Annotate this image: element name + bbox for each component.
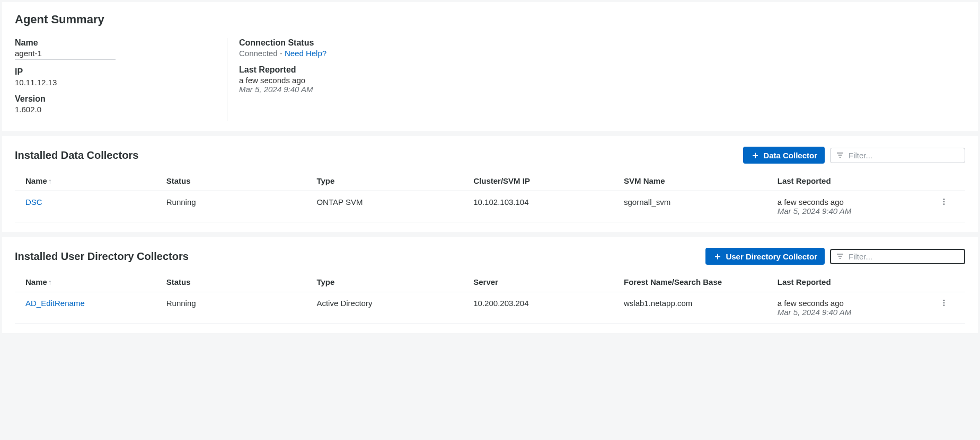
summary-version-value: 1.602.0: [15, 105, 206, 114]
add-data-collector-label: Data Collector: [763, 151, 817, 160]
collector-last-reported: a few seconds ago Mar 5, 2024 9:40 AM: [773, 292, 933, 324]
summary-last-reported-label: Last Reported: [239, 65, 326, 75]
collector-group: sgornall_svm: [620, 191, 773, 222]
last-reported-text: a few seconds ago: [778, 197, 929, 206]
data-collectors-table: Name↑ Status Type Cluster/SVM IP SVM Nam…: [15, 171, 965, 222]
add-user-directory-collector-label: User Directory Collector: [726, 252, 817, 261]
summary-ip-field: IP 10.11.12.13: [15, 67, 206, 87]
collector-type: ONTAP SVM: [312, 191, 469, 222]
summary-name-field: Name agent-1: [15, 38, 206, 60]
col-type[interactable]: Type: [312, 272, 469, 292]
agent-summary-panel: Agent Summary Name agent-1 IP 10.11.12.1…: [2, 2, 978, 131]
last-reported-text: a few seconds ago: [778, 299, 929, 308]
user-directory-header-row: Name↑ Status Type Server Forest Name/Sea…: [15, 272, 965, 292]
data-collectors-title: Installed Data Collectors: [15, 149, 138, 161]
summary-last-reported-field: Last Reported a few seconds ago Mar 5, 2…: [239, 65, 326, 94]
col-cluster-svm-ip[interactable]: Cluster/SVM IP: [469, 171, 620, 191]
last-reported-date: Mar 5, 2024 9:40 AM: [778, 206, 929, 215]
filter-icon: [836, 151, 844, 159]
user-directory-panel: Installed User Directory Collectors ＋ Us…: [2, 237, 978, 333]
summary-right-column: Connection Status Connected - Need Help?…: [227, 38, 348, 121]
col-name[interactable]: Name↑: [15, 272, 162, 292]
plus-icon: ＋: [713, 252, 722, 261]
add-data-collector-button[interactable]: ＋ Data Collector: [743, 147, 825, 164]
svg-point-5: [943, 203, 944, 205]
data-collectors-header-row: Name↑ Status Type Cluster/SVM IP SVM Nam…: [15, 171, 965, 191]
agent-name-value[interactable]: agent-1: [15, 49, 116, 60]
user-directory-table: Name↑ Status Type Server Forest Name/Sea…: [15, 272, 965, 324]
data-collectors-actions: ＋ Data Collector: [743, 147, 965, 164]
user-directory-title: Installed User Directory Collectors: [15, 250, 189, 263]
summary-left-column: Name agent-1 IP 10.11.12.13 Version 1.60…: [15, 38, 227, 121]
summary-connection-label: Connection Status: [239, 38, 326, 48]
col-svm-name[interactable]: SVM Name: [620, 171, 773, 191]
col-status[interactable]: Status: [162, 171, 313, 191]
sort-ascending-icon: ↑: [48, 278, 52, 286]
col-forest-name[interactable]: Forest Name/Search Base: [620, 272, 773, 292]
add-user-directory-collector-button[interactable]: ＋ User Directory Collector: [705, 248, 825, 265]
summary-ip-label: IP: [15, 67, 206, 77]
summary-ip-value: 10.11.12.13: [15, 78, 206, 87]
data-collectors-panel: Installed Data Collectors ＋ Data Collect…: [2, 136, 978, 232]
collector-group: wslab1.netapp.com: [620, 292, 773, 324]
data-collectors-filter-input[interactable]: [849, 151, 959, 160]
user-directory-filter[interactable]: [830, 249, 965, 264]
summary-connection-field: Connection Status Connected - Need Help?: [239, 38, 326, 58]
col-status[interactable]: Status: [162, 272, 313, 292]
connection-sep: -: [278, 49, 285, 58]
table-row: AD_EditRename Running Active Directory 1…: [15, 292, 965, 324]
collector-name-link[interactable]: AD_EditRename: [25, 299, 85, 308]
col-actions: [933, 272, 965, 292]
collector-type: Active Directory: [312, 292, 469, 324]
user-directory-filter-input[interactable]: [849, 252, 959, 261]
col-server[interactable]: Server: [469, 272, 620, 292]
collector-name-link[interactable]: DSC: [25, 197, 42, 206]
svg-point-9: [943, 300, 944, 301]
svg-point-4: [943, 201, 944, 203]
col-last-reported[interactable]: Last Reported: [773, 272, 933, 292]
connection-status-text: Connected: [239, 49, 278, 58]
collector-status: Running: [162, 292, 313, 324]
plus-icon: ＋: [751, 150, 760, 160]
summary-connection-value: Connected - Need Help?: [239, 49, 326, 58]
summary-name-label: Name: [15, 38, 206, 48]
filter-icon: [836, 252, 844, 261]
summary-version-field: Version 1.602.0: [15, 94, 206, 114]
table-row: DSC Running ONTAP SVM 10.102.103.104 sgo…: [15, 191, 965, 222]
last-reported-date: Mar 5, 2024 9:40 AM: [778, 308, 929, 317]
summary-version-label: Version: [15, 94, 206, 104]
sort-ascending-icon: ↑: [48, 177, 52, 185]
col-name[interactable]: Name↑: [15, 171, 162, 191]
col-type[interactable]: Type: [312, 171, 469, 191]
summary-grid: Name agent-1 IP 10.11.12.13 Version 1.60…: [15, 38, 965, 121]
row-actions-menu[interactable]: [938, 299, 950, 307]
user-directory-actions: ＋ User Directory Collector: [705, 248, 965, 265]
user-directory-header: Installed User Directory Collectors ＋ Us…: [15, 248, 965, 265]
collector-status: Running: [162, 191, 313, 222]
data-collectors-filter[interactable]: [830, 148, 965, 163]
data-collectors-header: Installed Data Collectors ＋ Data Collect…: [15, 147, 965, 164]
panel-title: Agent Summary: [15, 13, 965, 26]
collector-last-reported: a few seconds ago Mar 5, 2024 9:40 AM: [773, 191, 933, 222]
collector-target: 10.102.103.104: [469, 191, 620, 222]
summary-last-reported-value: a few seconds ago: [239, 76, 326, 85]
collector-target: 10.200.203.204: [469, 292, 620, 324]
summary-last-reported-date: Mar 5, 2024 9:40 AM: [239, 85, 326, 94]
svg-point-11: [943, 304, 944, 306]
need-help-link[interactable]: Need Help?: [285, 49, 326, 58]
svg-point-3: [943, 199, 944, 200]
svg-point-10: [943, 302, 944, 304]
col-actions: [933, 171, 965, 191]
row-actions-menu[interactable]: [938, 197, 950, 206]
col-last-reported[interactable]: Last Reported: [773, 171, 933, 191]
